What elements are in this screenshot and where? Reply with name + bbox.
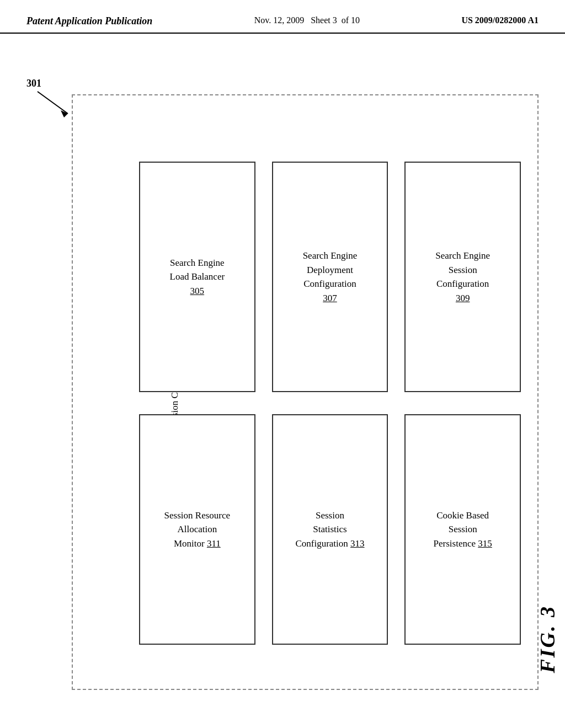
box-313: SessionStatisticsConfiguration 313 <box>272 414 388 645</box>
inner-boxes-grid: Search EngineLoad Balancer305 Search Eng… <box>139 162 521 645</box>
publication-title: Patent Application Publication <box>26 15 152 27</box>
publication-date-sheet: Nov. 12, 2009 Sheet 3 of 10 <box>254 15 360 25</box>
box-307: Search EngineDeploymentConfiguration307 <box>272 162 388 392</box>
box-311: Session ResourceAllocationMonitor 311 <box>139 414 255 645</box>
box-305: Search EngineLoad Balancer305 <box>139 162 255 392</box>
svg-line-0 <box>38 92 68 114</box>
fig-label: FIG. 3 <box>535 605 559 673</box>
outer-module-box: Search Engine Session Configuration Modu… <box>72 94 539 690</box>
box-309: Search EngineSessionConfiguration309 <box>404 162 521 392</box>
of-pages: of 10 <box>342 15 360 25</box>
page-header: Patent Application Publication Nov. 12, … <box>0 0 565 34</box>
diagram-area: 301 Search Engine Session Configuration … <box>0 34 565 718</box>
sheet: Sheet 3 <box>311 15 337 25</box>
arrow-301 <box>32 86 76 119</box>
box-315: Cookie BasedSessionPersistence 315 <box>404 414 521 645</box>
publication-number: US 2009/0282000 A1 <box>461 15 539 25</box>
date: Nov. 12, 2009 <box>254 15 305 25</box>
